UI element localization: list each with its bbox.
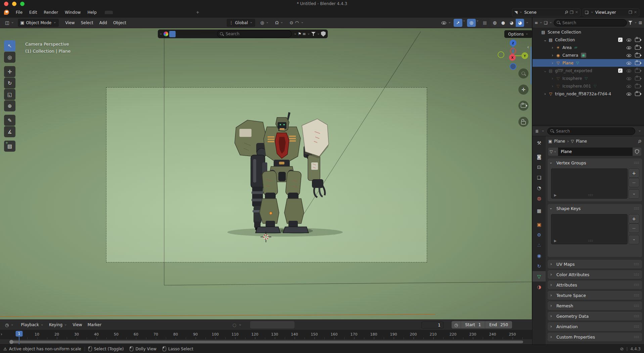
copy-icon[interactable]: ❐ — [570, 10, 573, 15]
chevron-down-icon[interactable] — [462, 19, 466, 27]
snap-dropdown[interactable]: Ω — [273, 19, 286, 27]
bookmark-icon[interactable]: ⚑ — [298, 32, 302, 36]
playback-button[interactable] — [287, 321, 294, 329]
datablock-name-input[interactable]: Plane — [558, 148, 633, 156]
chevron-down-icon[interactable] — [307, 32, 310, 36]
list-expand-icon[interactable]: ▶ — [554, 193, 557, 197]
resize-dots-icon[interactable]: ∷∷ — [588, 239, 593, 243]
breadcrumb-object[interactable]: Plane — [554, 139, 565, 144]
timeline-scrollbar[interactable] — [10, 341, 523, 343]
workspace-tab[interactable] — [105, 11, 113, 14]
outliner-row[interactable]: ⌄ ▤ glTF_not_exported ✓ — [533, 67, 644, 74]
playback-button[interactable] — [258, 321, 265, 329]
disable-in-render-toggle[interactable] — [635, 38, 641, 42]
filter-icon[interactable] — [628, 21, 633, 25]
shading-wireframe-button[interactable]: ◍ — [491, 19, 499, 27]
close-icon[interactable]: ✕ — [575, 10, 578, 14]
blender-logo-icon[interactable] — [4, 10, 9, 15]
view-layer-selector[interactable]: ❑ ViewLayer ❐ ✕ — [583, 8, 639, 16]
shelf-catalog-icon[interactable] — [176, 31, 182, 37]
properties-editor-icon[interactable]: ≣ — [535, 129, 539, 134]
outliner-search-input[interactable]: Search — [554, 19, 627, 27]
shape-keys-list[interactable]: ▶∷∷ — [551, 214, 628, 244]
properties-tab[interactable]: ▽ — [533, 271, 546, 282]
workspace-tab[interactable] — [145, 11, 153, 14]
properties-tab[interactable]: ◙ — [533, 151, 546, 162]
object-name[interactable]: Plane — [562, 61, 573, 65]
shield-check-icon[interactable] — [321, 31, 326, 37]
collapsed-panel[interactable]: UV Maps∷∷ — [548, 260, 642, 268]
chevron-down-icon[interactable] — [634, 20, 637, 25]
chevron-down-icon[interactable] — [638, 129, 641, 133]
hide-in-viewport-toggle[interactable] — [626, 76, 632, 81]
chevron-down-icon[interactable] — [238, 323, 242, 327]
drag-dots-icon[interactable]: ∷∷ — [634, 206, 639, 211]
outliner-row[interactable]: › ▽ Plane ▽ ✓ — [533, 59, 644, 67]
pan-button[interactable]: ✛ — [518, 85, 528, 95]
outliner-row[interactable]: › ▽ Icosphere ▽ ✓ — [533, 74, 644, 82]
chevron-down-icon[interactable] — [293, 32, 297, 36]
tool-button[interactable]: ↻ — [4, 78, 15, 89]
properties-tab[interactable]: ↻ — [533, 261, 546, 271]
hide-in-viewport-toggle[interactable] — [626, 45, 632, 50]
datablock-type-button[interactable]: ▽ — [548, 148, 558, 156]
scene-selector[interactable]: ◥ Scene ⚲ ❐ ✕ — [512, 8, 581, 16]
shape-key-specials-button[interactable] — [629, 235, 639, 244]
current-frame-field[interactable]: 1 — [421, 321, 444, 329]
playback-button[interactable] — [265, 321, 272, 329]
workspace-tab[interactable] — [185, 11, 193, 14]
drag-dots-icon[interactable]: ∷∷ — [634, 161, 639, 165]
chevron-down-icon[interactable] — [541, 129, 545, 133]
shelf-catalog-icon[interactable] — [169, 31, 176, 37]
collapsed-panel[interactable]: Custom Properties∷∷ — [548, 333, 642, 341]
visibility-dropdown[interactable] — [441, 19, 452, 27]
shading-rendered-button[interactable]: ◕ — [516, 19, 524, 27]
properties-tab[interactable]: ⚒ — [533, 138, 546, 148]
shading-material-button[interactable]: ◕ — [507, 19, 516, 27]
tool-button[interactable]: ⊕ — [4, 100, 15, 111]
remove-vertex-group-button[interactable]: − — [629, 178, 639, 187]
tool-button[interactable]: ◱ — [4, 89, 15, 100]
network-offline-icon[interactable]: ⊘ — [620, 346, 624, 351]
properties-tab[interactable]: ▣ — [533, 219, 546, 230]
vertex-groups-list[interactable]: ▶∷∷ — [551, 168, 628, 199]
workspace-tab[interactable] — [113, 11, 121, 14]
outliner-row[interactable]: › ☀ Area ▱ ✓ — [533, 44, 644, 51]
expand-arrow-icon[interactable]: › — [550, 53, 555, 58]
properties-tab[interactable]: ▦ — [533, 205, 546, 216]
hide-in-viewport-toggle[interactable] — [626, 84, 632, 89]
robot-model[interactable] — [235, 112, 329, 237]
hide-in-viewport-toggle[interactable] — [626, 61, 632, 65]
hide-in-viewport-toggle[interactable] — [626, 92, 632, 96]
workspace-tab[interactable] — [137, 11, 145, 14]
disable-in-render-toggle[interactable] — [635, 69, 641, 73]
tool-button[interactable]: ∡ — [4, 126, 15, 137]
collection-checkbox[interactable]: ✓ — [617, 68, 623, 73]
properties-search-input[interactable]: Search — [547, 128, 635, 135]
playback-button[interactable] — [280, 321, 287, 329]
shelf-catalog-icon[interactable] — [203, 31, 209, 37]
properties-tab[interactable]: ◉ — [533, 250, 546, 261]
object-name[interactable]: Icosphere — [562, 76, 582, 81]
collection-checkbox[interactable]: ✓ — [617, 38, 623, 42]
add-shape-key-button[interactable]: + — [629, 214, 639, 223]
chevron-down-icon[interactable] — [317, 32, 320, 36]
timeline-menu-item[interactable]: Keying — [46, 321, 70, 329]
expand-arrow-icon[interactable]: ⌄ — [543, 68, 548, 73]
hide-in-viewport-toggle[interactable] — [626, 53, 632, 58]
sidebar-collapse-icon[interactable]: ‹ — [527, 44, 529, 50]
new-collection-icon[interactable]: ⊞ — [639, 20, 642, 25]
hide-in-viewport-toggle[interactable] — [626, 68, 632, 73]
auto-keying-toggle[interactable]: ○ — [230, 321, 238, 329]
chevron-down-icon[interactable] — [539, 20, 543, 25]
outliner-row[interactable]: ▤ Scene Collection ✓ — [533, 28, 644, 36]
object-name[interactable]: Area — [562, 45, 572, 50]
resize-dots-icon[interactable]: ∷∷ — [588, 193, 593, 197]
viewport-menu-item[interactable]: Object — [110, 19, 129, 27]
timeline-menu-item[interactable]: Playback — [18, 321, 46, 329]
chevron-down-icon[interactable] — [476, 19, 479, 27]
vertex-group-specials-button[interactable] — [629, 189, 639, 199]
disable-in-render-toggle[interactable] — [635, 53, 641, 57]
shelf-catalog-icon[interactable] — [183, 31, 189, 37]
tool-button[interactable]: ◎ — [4, 52, 15, 63]
